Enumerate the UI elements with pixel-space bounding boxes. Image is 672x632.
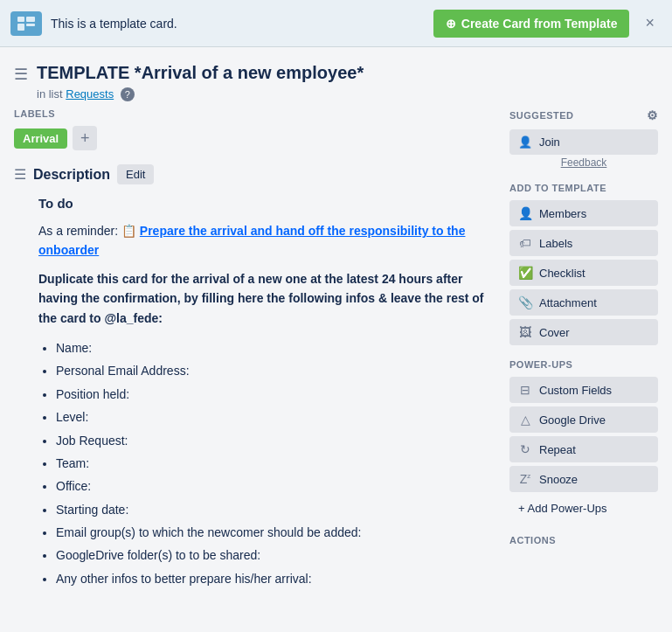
card-right-sidebar: SUGGESTED ⚙ 👤 Join Feedback ADD TO TEMPL… xyxy=(509,108,658,618)
card-header-content: TEMPLATE *Arrival of a new employee* in … xyxy=(37,61,658,101)
add-to-template-section: ADD TO TEMPLATE 👤 Members 🏷 Labels ✅ Che… xyxy=(509,183,658,345)
cover-button[interactable]: 🖼 Cover xyxy=(509,319,658,345)
help-icon[interactable]: ? xyxy=(121,87,135,101)
create-card-from-template-button[interactable]: ⊕ Create Card from Template xyxy=(433,10,630,38)
todo-heading: To do xyxy=(38,193,495,214)
custom-fields-icon: ⊟ xyxy=(518,383,532,397)
attachment-icon: 📎 xyxy=(518,295,532,309)
description-title: Description xyxy=(33,167,110,183)
power-ups-section: POWER-UPS ⊟ Custom Fields △ Google Drive… xyxy=(509,359,658,521)
card-modal: ☰ TEMPLATE *Arrival of a new employee* i… xyxy=(0,47,672,632)
feedback-link[interactable]: Feedback xyxy=(509,156,658,169)
svg-rect-3 xyxy=(26,24,35,26)
snooze-icon: Zz xyxy=(518,472,532,486)
card-title: TEMPLATE *Arrival of a new employee* xyxy=(37,61,658,84)
join-btn-wrapper: 👤 Join xyxy=(509,129,658,155)
list-item: GoogleDrive folder(s) to to be shared: xyxy=(56,545,495,565)
list-item: Personal Email Address: xyxy=(56,361,495,380)
add-power-ups-button[interactable]: + Add Power-Ups xyxy=(509,496,658,521)
description-header: ☰ Description Edit xyxy=(14,164,495,184)
actions-heading: ACTIONS xyxy=(509,535,658,545)
members-button[interactable]: 👤 Members xyxy=(509,200,658,226)
checklist-button[interactable]: ✅ Checklist xyxy=(509,260,658,286)
reminder-line: As a reminder: 📋 Prepare the arrival and… xyxy=(38,221,495,260)
svg-rect-1 xyxy=(26,17,35,22)
attachment-button[interactable]: 📎 Attachment xyxy=(509,289,658,316)
svg-rect-2 xyxy=(17,24,24,31)
template-icon xyxy=(10,11,42,36)
join-button[interactable]: 👤 Join xyxy=(509,129,658,155)
google-drive-button[interactable]: △ Google Drive xyxy=(509,406,658,433)
list-item: Office: xyxy=(56,476,495,496)
suggested-heading: SUGGESTED ⚙ xyxy=(509,108,658,122)
labels-row: Arrival + xyxy=(14,126,495,150)
top-banner: This is a template card. ⊕ Create Card f… xyxy=(0,0,672,47)
arrival-label[interactable]: Arrival xyxy=(14,128,67,149)
list-item: Any other infos to better prepare his/he… xyxy=(56,569,495,588)
list-item: Team: xyxy=(56,454,495,473)
template-create-icon: ⊕ xyxy=(446,17,456,31)
list-link[interactable]: Requests xyxy=(66,87,114,101)
gear-icon[interactable]: ⚙ xyxy=(647,108,659,122)
edit-description-button[interactable]: Edit xyxy=(117,164,154,184)
labels-button[interactable]: 🏷 Labels xyxy=(509,230,658,256)
power-ups-heading: POWER-UPS xyxy=(509,359,658,370)
snooze-button[interactable]: Zz Snooze xyxy=(509,466,658,492)
close-button[interactable]: × xyxy=(638,10,662,36)
description-icon: ☰ xyxy=(14,166,26,183)
list-item: Position held: xyxy=(56,385,495,404)
members-icon: 👤 xyxy=(518,206,532,220)
banner-text: This is a template card. xyxy=(51,17,425,31)
checklist-icon: ✅ xyxy=(518,266,532,280)
reminder-emoji: 📋 xyxy=(121,224,140,238)
list-item: Level: xyxy=(56,407,495,427)
description-section: ☰ Description Edit To do As a reminder: … xyxy=(14,164,495,588)
custom-fields-button[interactable]: ⊟ Custom Fields xyxy=(509,377,658,403)
repeat-icon: ↻ xyxy=(518,442,532,456)
main-description: Duplicate this card for the arrival of a… xyxy=(38,269,495,328)
description-list: Name: Personal Email Address: Position h… xyxy=(38,338,495,588)
list-item: Job Request: xyxy=(56,431,495,450)
card-type-icon: ☰ xyxy=(14,65,28,84)
list-item: Name: xyxy=(56,338,495,358)
google-drive-icon: △ xyxy=(518,413,532,427)
labels-icon: 🏷 xyxy=(518,236,532,250)
cover-icon: 🖼 xyxy=(518,325,532,339)
reminder-prefix: As a reminder: xyxy=(38,224,118,238)
list-item: Email group(s) to which the newcomer sho… xyxy=(56,523,495,542)
svg-rect-0 xyxy=(17,17,24,22)
person-icon: 👤 xyxy=(518,135,532,149)
labels-section: LABELS Arrival + xyxy=(14,108,495,150)
actions-section: ACTIONS xyxy=(509,535,658,545)
suggested-section: SUGGESTED ⚙ 👤 Join Feedback xyxy=(509,108,658,169)
card-left: LABELS Arrival + ☰ Description Edit To d… xyxy=(14,108,495,618)
card-body: LABELS Arrival + ☰ Description Edit To d… xyxy=(0,108,672,632)
card-header: ☰ TEMPLATE *Arrival of a new employee* i… xyxy=(0,47,672,108)
card-subtitle: in list Requests ? xyxy=(37,87,658,101)
add-label-button[interactable]: + xyxy=(73,126,97,150)
repeat-button[interactable]: ↻ Repeat xyxy=(509,436,658,462)
description-content: To do As a reminder: 📋 Prepare the arriv… xyxy=(14,193,495,588)
add-to-template-heading: ADD TO TEMPLATE xyxy=(509,183,658,193)
list-item: Starting date: xyxy=(56,500,495,519)
labels-heading: LABELS xyxy=(14,108,495,119)
